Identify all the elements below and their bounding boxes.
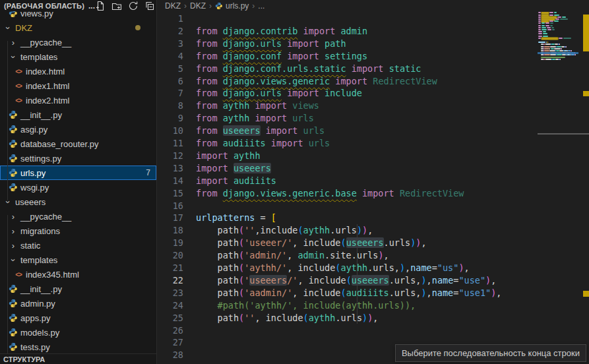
token: import — [287, 38, 325, 49]
tree-item-templates[interactable]: ›templates — [0, 253, 156, 267]
token: path — [196, 225, 239, 235]
code-line-8[interactable]: from aythh import views — [196, 100, 319, 112]
tree-item-index2-html[interactable]: <>index2.html — [0, 93, 156, 107]
token: ( — [239, 225, 244, 235]
html-file-icon: <> — [13, 271, 24, 278]
token: audiiits — [233, 175, 276, 186]
code-line-18[interactable]: path('',include(aythh.urls)), — [196, 224, 373, 237]
tree-item-label: __init__.py — [20, 284, 62, 294]
code-line-24[interactable]: #path('aythh/', include(aythh.urls)), — [196, 299, 416, 312]
token: name — [432, 288, 454, 298]
breadcrumb-item[interactable]: ... — [258, 1, 264, 11]
code-line-7[interactable]: from django.urls import include — [196, 87, 362, 100]
code-line-6[interactable]: from django.views.generic import Redirec… — [196, 75, 437, 88]
breadcrumb-item[interactable]: DKZ — [165, 1, 181, 11]
outline-section-header[interactable]: СТРУКТУРА — [0, 353, 156, 364]
token: useeers — [346, 237, 384, 248]
more-actions-button[interactable]: ... — [88, 3, 95, 9]
line-number-18: 18 — [157, 224, 183, 237]
line-number-15: 15 — [157, 187, 183, 200]
code-line-21[interactable]: path('aythh/', include(aythh.urls,),name… — [196, 262, 470, 274]
code-line-11[interactable]: from audiiits import urls — [196, 137, 330, 150]
python-file-icon — [8, 183, 18, 192]
minimap-token — [555, 18, 559, 20]
token: useeers — [233, 163, 271, 173]
line-number-10: 10 — [157, 125, 183, 137]
tree-item-index345-html[interactable]: <>index345.html — [0, 267, 156, 282]
token: path — [196, 288, 239, 298]
refresh-icon[interactable] — [128, 1, 139, 11]
line-number-1: 1 — [157, 13, 183, 25]
code-line-22[interactable]: path('useeers/', include(useeers.urls,),… — [196, 274, 496, 287]
minimap[interactable] — [538, 0, 578, 364]
tree-item-wsgi-py[interactable]: wsgi.py — [0, 180, 156, 195]
breadcrumb-item[interactable]: urls.py — [215, 1, 249, 11]
tree-item-useeers[interactable]: ›useeers — [0, 195, 156, 209]
minimap-token — [538, 33, 542, 34]
token: from — [196, 138, 223, 148]
token: path — [196, 275, 239, 286]
code-line-5[interactable]: from django.conf.urls.static import stat… — [196, 63, 421, 75]
line-number-25: 25 — [157, 312, 183, 324]
token: audiiits — [223, 138, 266, 148]
code-line-10[interactable]: from useeers import urls — [196, 125, 325, 137]
tree-item--pycache-[interactable]: ›__pycache__ — [0, 35, 156, 49]
token — [266, 138, 271, 148]
token: import — [287, 51, 325, 61]
minimap-token — [538, 27, 541, 28]
tree-item-tests-py[interactable]: tests.py — [0, 340, 156, 354]
line-number-16: 16 — [157, 200, 183, 212]
code-line-23[interactable]: path('aadmin/', include(audiiits.urls,),… — [196, 287, 501, 299]
new-file-icon[interactable] — [95, 1, 106, 11]
token: admin — [340, 26, 367, 36]
token: ( — [346, 275, 352, 286]
breadcrumb-item[interactable]: DKZ — [190, 1, 206, 11]
tree-item-templates[interactable]: ›templates — [0, 49, 156, 64]
token: aythh — [223, 100, 250, 111]
token: .urls, — [389, 288, 421, 298]
new-folder-icon[interactable] — [111, 1, 122, 11]
tree-item--init-py[interactable]: __init__.py — [0, 107, 156, 122]
tree-item-settings-py[interactable]: settings.py — [0, 151, 156, 166]
code-line-17[interactable]: urlpatterns = [ — [196, 212, 276, 224]
code-line-12[interactable]: import aythh — [196, 150, 261, 162]
tree-item-database-roouter-py[interactable]: database_roouter.py — [0, 136, 156, 151]
overview-ruler[interactable] — [578, 0, 589, 364]
tree-item-dkz[interactable]: ›DKZ — [0, 20, 156, 35]
tree-item-asgi-py[interactable]: asgi.py — [0, 122, 156, 136]
token: , include — [287, 262, 335, 273]
collapse-all-icon[interactable] — [144, 1, 155, 11]
code-line-20[interactable]: path('admin/', admin.site.urls), — [196, 249, 389, 262]
code-line-14[interactable]: import audiiits — [196, 175, 276, 187]
token: "use" — [458, 275, 485, 286]
token: from — [196, 188, 223, 198]
tree-item-urls-py[interactable]: urls.py7 — [0, 166, 156, 180]
token: django.contrib — [223, 26, 298, 36]
minimap-token — [547, 27, 551, 28]
code-line-4[interactable]: from django.conf import settings — [196, 50, 367, 63]
tree-item--init-py[interactable]: __init__.py — [0, 282, 156, 296]
line-number-28: 28 — [157, 349, 183, 361]
code-line-3[interactable]: from django.urls import path — [196, 38, 346, 50]
tree-item-migrations[interactable]: ›migrations — [0, 224, 156, 238]
token — [357, 188, 362, 198]
chevron-down-icon: › — [8, 52, 18, 62]
tree-item-index1-html[interactable]: <>index1.html — [0, 78, 156, 93]
tree-item-static[interactable]: ›static — [0, 238, 156, 253]
tree-item-label: useeers — [15, 197, 46, 207]
token: ( — [335, 262, 340, 273]
code-line-25[interactable]: path('', include(aythh.urls)), — [196, 312, 378, 324]
tree-item--pycache-[interactable]: ›__pycache__ — [0, 209, 156, 224]
code-line-15[interactable]: from django.views.generic.base import Re… — [196, 187, 464, 200]
token: include — [325, 88, 362, 98]
tree-item-models-py[interactable]: models.py — [0, 325, 156, 340]
tree-item-label: migrations — [20, 226, 60, 236]
code-line-13[interactable]: import useeers — [196, 162, 271, 175]
code-line-19[interactable]: path('useeer/', include(useeers.urls)), — [196, 237, 427, 249]
tree-item-apps-py[interactable]: apps.py — [0, 311, 156, 325]
minimap-token — [545, 25, 549, 26]
tree-item-admin-py[interactable]: admin.py — [0, 296, 156, 311]
code-line-2[interactable]: from django.contrib import admin — [196, 25, 367, 38]
tree-item-index-html[interactable]: <>index.html — [0, 64, 156, 78]
code-line-9[interactable]: from aythh import urls — [196, 112, 314, 125]
